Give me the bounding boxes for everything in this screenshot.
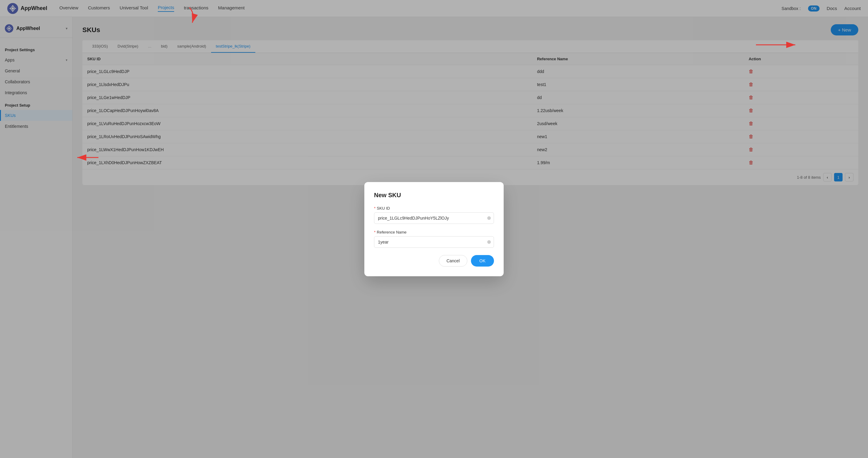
sku-id-clear-icon[interactable]: ⊗ bbox=[487, 215, 491, 221]
sku-id-input-wrapper: ⊗ bbox=[374, 212, 494, 224]
modal-overlay[interactable]: New SKU * SKU ID ⊗ * Reference Name ⊗ Ca… bbox=[0, 0, 868, 458]
reference-name-group: * Reference Name ⊗ bbox=[374, 230, 494, 248]
sku-id-group: * SKU ID ⊗ bbox=[374, 206, 494, 224]
modal-footer: Cancel OK bbox=[374, 255, 494, 267]
reference-name-input[interactable] bbox=[374, 236, 494, 248]
ref-name-clear-icon[interactable]: ⊗ bbox=[487, 239, 491, 245]
sku-id-label: * SKU ID bbox=[374, 206, 494, 211]
ref-name-required: * bbox=[374, 230, 376, 235]
ok-button[interactable]: OK bbox=[471, 255, 494, 267]
cancel-button[interactable]: Cancel bbox=[439, 255, 467, 267]
sku-id-required: * bbox=[374, 206, 376, 211]
new-sku-modal: New SKU * SKU ID ⊗ * Reference Name ⊗ Ca… bbox=[364, 182, 504, 276]
reference-name-input-wrapper: ⊗ bbox=[374, 236, 494, 248]
sku-id-input[interactable] bbox=[374, 212, 494, 224]
modal-title: New SKU bbox=[374, 192, 494, 199]
reference-name-label: * Reference Name bbox=[374, 230, 494, 235]
